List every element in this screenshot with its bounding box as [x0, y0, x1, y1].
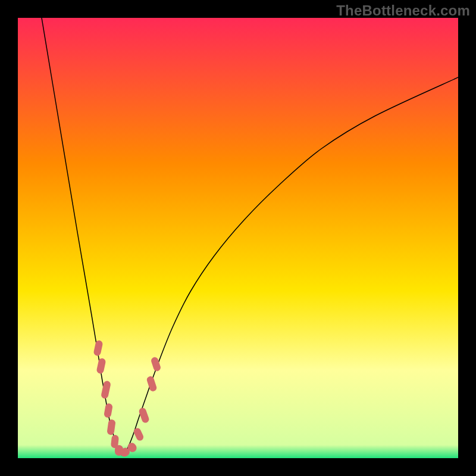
- watermark-text: TheBottleneck.com: [336, 2, 470, 19]
- marker-point: [138, 407, 150, 424]
- marker-point: [93, 340, 103, 356]
- outer-frame: TheBottleneck.com: [0, 0, 476, 476]
- marker-point: [146, 375, 157, 392]
- marker-point: [101, 380, 111, 399]
- marker-point: [104, 403, 113, 418]
- marker-point: [107, 419, 116, 435]
- markers-layer: [18, 18, 458, 458]
- marker-point: [96, 358, 106, 374]
- plot-area: [18, 18, 458, 458]
- marker-group: [93, 340, 161, 458]
- marker-point: [133, 427, 145, 441]
- marker-point: [151, 356, 162, 372]
